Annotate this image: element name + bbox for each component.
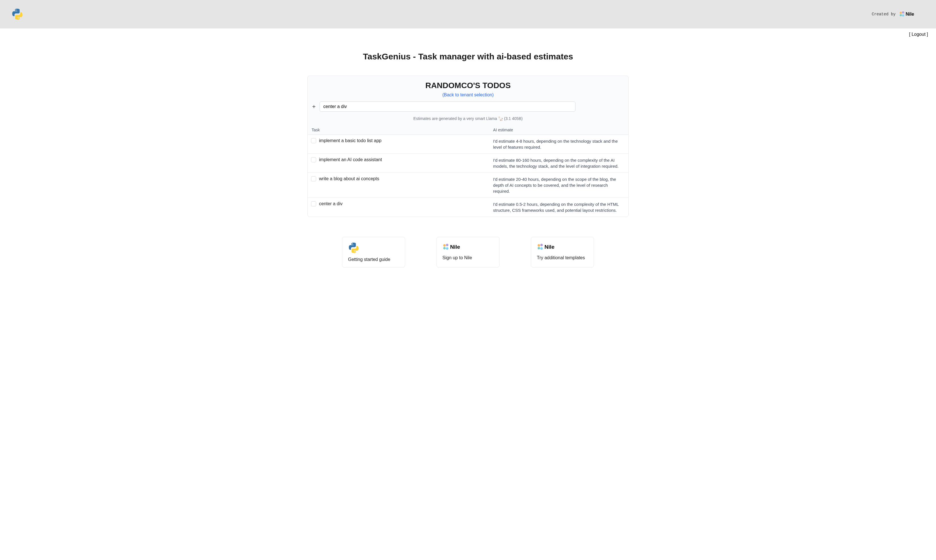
back-to-tenant-link[interactable]: (Back to tenant selection) (308, 92, 628, 97)
task-name: write a blog about ai concepts (319, 176, 379, 182)
svg-point-0 (900, 12, 902, 14)
task-estimate: I'd estimate 0.5-2 hours, depending on t… (493, 201, 625, 213)
svg-point-7 (443, 244, 446, 247)
task-checkbox[interactable] (311, 176, 316, 182)
task-name: implement a basic todo list app (319, 138, 382, 143)
todos-container: RANDOMCO'S TODOS (Back to tenant selecti… (307, 75, 629, 217)
task-row: implement a basic todo list app I'd esti… (308, 134, 628, 154)
getting-started-card[interactable]: Getting started guide (342, 237, 405, 268)
column-header-task: Task (311, 128, 493, 132)
estimate-note: Estimates are generated by a very smart … (308, 115, 628, 125)
nile-logo-icon: Nile (899, 10, 925, 18)
svg-point-14 (538, 247, 540, 249)
header-right: Created by Nile (872, 10, 925, 18)
task-name: center a div (319, 201, 343, 206)
templates-card[interactable]: Nile Try additional templates (531, 237, 594, 268)
card-label: Getting started guide (348, 257, 399, 262)
page-title: TaskGenius - Task manager with ai-based … (0, 52, 936, 62)
task-checkbox[interactable] (311, 157, 316, 162)
svg-point-15 (540, 247, 543, 250)
cards-row: Getting started guide Nile Sign up to Ni… (0, 237, 936, 279)
task-estimate: I'd estimate 80-160 hours, depending on … (493, 157, 625, 169)
svg-point-1 (902, 11, 904, 14)
table-header: Task AI estimate (308, 125, 628, 134)
svg-text:Nile: Nile (450, 244, 460, 250)
created-by-label: Created by (872, 12, 896, 17)
logout-link[interactable]: [ Logout ] (909, 32, 928, 37)
logout-bar: [ Logout ] (0, 28, 936, 40)
svg-text:Nile: Nile (905, 11, 914, 17)
column-header-estimate: AI estimate (493, 128, 625, 132)
add-task-row (308, 97, 628, 115)
python-logo-icon (348, 242, 399, 254)
signup-nile-card[interactable]: Nile Sign up to Nile (436, 237, 500, 268)
nile-logo-icon: Nile (442, 242, 494, 252)
task-row: center a div I'd estimate 0.5-2 hours, d… (308, 198, 628, 217)
svg-point-9 (443, 247, 446, 249)
task-row: write a blog about ai concepts I'd estim… (308, 172, 628, 198)
task-estimate: I'd estimate 4-8 hours, depending on the… (493, 138, 625, 150)
svg-text:Nile: Nile (545, 244, 554, 250)
svg-point-12 (538, 244, 540, 247)
task-input[interactable] (320, 102, 576, 112)
svg-point-2 (900, 14, 902, 16)
header: Created by Nile (0, 0, 936, 28)
task-estimate: I'd estimate 20-40 hours, depending on t… (493, 176, 625, 194)
todos-title: RANDOMCO'S TODOS (308, 76, 628, 90)
task-checkbox[interactable] (311, 201, 316, 206)
svg-point-10 (446, 247, 448, 250)
card-label: Try additional templates (537, 255, 588, 260)
svg-point-13 (540, 244, 543, 246)
plus-icon[interactable] (311, 104, 317, 109)
task-checkbox[interactable] (311, 138, 316, 143)
svg-point-8 (446, 244, 448, 246)
header-left (11, 8, 23, 20)
task-row: implement an AI code assistant I'd estim… (308, 154, 628, 172)
svg-point-3 (902, 14, 904, 17)
python-logo-icon (11, 8, 23, 20)
card-label: Sign up to Nile (442, 255, 494, 260)
nile-logo-icon: Nile (537, 242, 588, 252)
task-name: implement an AI code assistant (319, 157, 382, 162)
